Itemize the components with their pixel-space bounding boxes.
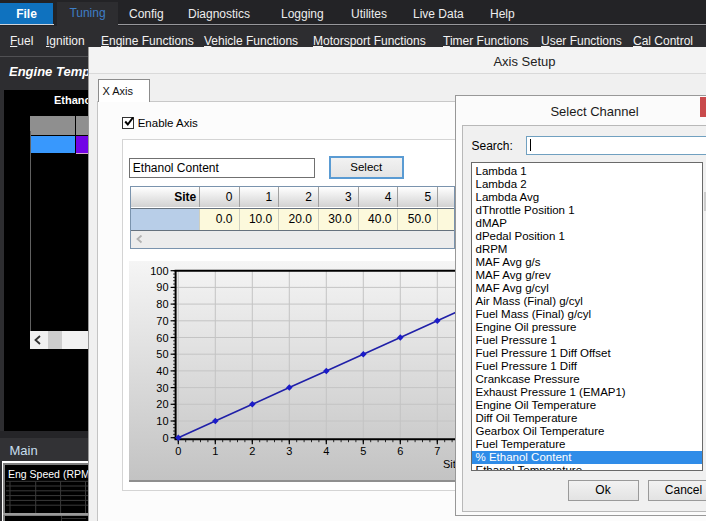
svg-text:6: 6 [397, 444, 403, 456]
svg-text:0: 0 [175, 444, 181, 456]
svg-text:3: 3 [286, 444, 292, 456]
svg-text:20: 20 [156, 398, 168, 410]
svg-text:40: 40 [156, 364, 168, 376]
svg-text:90: 90 [156, 281, 168, 293]
svg-text:60: 60 [156, 331, 168, 343]
svg-text:80: 80 [156, 298, 168, 310]
svg-text:100: 100 [150, 264, 168, 276]
svg-text:70: 70 [156, 314, 168, 326]
svg-text:0: 0 [162, 431, 168, 443]
svg-text:1: 1 [212, 444, 218, 456]
svg-text:50: 50 [156, 348, 168, 360]
svg-text:7: 7 [434, 444, 440, 456]
svg-text:5: 5 [360, 444, 366, 456]
svg-text:4: 4 [323, 444, 329, 456]
svg-text:2: 2 [249, 444, 255, 456]
svg-text:30: 30 [156, 381, 168, 393]
svg-text:10: 10 [156, 415, 168, 427]
